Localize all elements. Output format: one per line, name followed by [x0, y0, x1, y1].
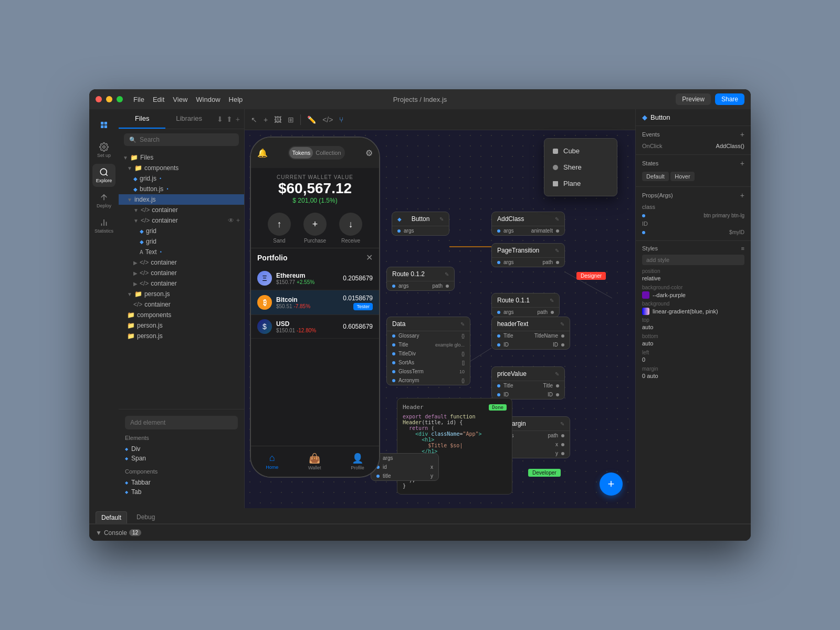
tab-libraries[interactable]: Libraries — [165, 109, 212, 129]
edit-icon[interactable]: ✎ — [460, 321, 465, 327]
settings-icon[interactable]: ⚙ — [365, 148, 373, 158]
add-icon[interactable]: + — [236, 217, 240, 224]
menu-view[interactable]: View — [173, 96, 187, 103]
node-small-bottom[interactable]: args id x title y — [371, 453, 439, 481]
cursor-icon[interactable]: ↖ — [251, 116, 257, 124]
download-icon[interactable]: ⬇ — [217, 115, 223, 123]
menu-file[interactable]: File — [133, 96, 144, 103]
nav-home[interactable]: ⌂ Home — [266, 453, 278, 470]
crypto-item-eth[interactable]: Ξ Ethereum $150.77 +2.55% 0.2058679 — [251, 267, 379, 290]
tree-item-person-2[interactable]: 📁 person.js — [119, 320, 244, 331]
crypto-item-usd[interactable]: $ USD $150.01 -12.80% 0.6058679 — [251, 315, 379, 339]
canvas-area[interactable]: ↖ + 🖼 ⊞ ✏️ </> ⑂ Cube Shere — [245, 109, 635, 508]
sidebar-item-deploy[interactable]: Deploy — [92, 189, 116, 212]
portfolio-close-button[interactable]: ✕ — [366, 253, 373, 262]
tab-debug[interactable]: Debug — [131, 511, 160, 523]
tree-item-text[interactable]: A Text • — [119, 247, 244, 257]
state-hover[interactable]: Hover — [670, 172, 694, 181]
add-prop-button[interactable]: + — [740, 191, 744, 200]
dropdown-shere[interactable]: Shere — [544, 159, 617, 175]
action-receive[interactable]: ↓ Receive — [339, 213, 362, 244]
tree-item-container-5[interactable]: ▶ </> container — [119, 278, 244, 289]
pen-icon[interactable]: ✏️ — [307, 116, 316, 124]
eye-icon[interactable]: 👁 — [228, 217, 234, 224]
close-button[interactable] — [96, 96, 102, 102]
menu-help[interactable]: Help — [229, 96, 243, 103]
search-input[interactable] — [140, 136, 234, 143]
tree-item-container-3[interactable]: ▶ </> container — [119, 257, 244, 268]
branch-icon[interactable]: ⑂ — [339, 116, 343, 124]
tree-item-index-js[interactable]: ▼ index.js — [119, 194, 244, 205]
tab-collection[interactable]: Collection — [313, 147, 343, 159]
tree-item-container-1[interactable]: ▼ </> container — [119, 205, 244, 215]
state-default[interactable]: Default — [642, 172, 669, 181]
minimize-button[interactable] — [106, 96, 112, 102]
sidebar-item-explore[interactable]: Explore — [92, 164, 116, 187]
purchase-button[interactable]: + — [303, 213, 327, 236]
nav-wallet[interactable]: 👜 Wallet — [308, 453, 321, 470]
tree-item-grid-1[interactable]: ◆ grid — [119, 226, 244, 236]
preview-button[interactable]: Preview — [676, 93, 711, 105]
plus-icon[interactable]: + — [264, 116, 268, 124]
edit-icon[interactable]: ✎ — [560, 321, 564, 327]
action-sand[interactable]: ↑ Sand — [268, 213, 291, 244]
tab-tokens[interactable]: Tokens — [289, 147, 313, 159]
tree-item-person-1[interactable]: ▼ 📁 person.js — [119, 289, 244, 299]
node-addclass[interactable]: AddClass ✎ args animateIt — [491, 212, 565, 236]
tree-item-container-4[interactable]: ▶ </> container — [119, 268, 244, 278]
tree-item-container-2[interactable]: ▼ </> container 👁 + — [119, 215, 244, 226]
tree-item-grid-2[interactable]: ◆ grid — [119, 236, 244, 247]
tree-item-button-js[interactable]: ◆ button.js • — [119, 184, 244, 194]
crypto-item-btc[interactable]: ₿ Bitcoin $50.51 -7.85% 0.0158679 Tester — [251, 290, 379, 315]
image-icon[interactable]: 🖼 — [274, 116, 281, 124]
menu-edit[interactable]: Edit — [153, 96, 164, 103]
tree-item-person-3[interactable]: 📁 person.js — [119, 331, 244, 341]
node-route011[interactable]: Route 0.1.1 ✎ args path — [491, 293, 560, 317]
tab-default[interactable]: Default — [96, 511, 127, 523]
tab-files[interactable]: Files — [119, 109, 165, 129]
edit-icon[interactable]: ✎ — [555, 248, 559, 254]
tree-item-components-2[interactable]: 📁 components — [119, 310, 244, 320]
edit-icon[interactable]: ✎ — [445, 271, 449, 277]
upload-icon[interactable]: ⬆ — [226, 115, 233, 123]
add-event-button[interactable]: + — [740, 130, 744, 139]
dropdown-cube[interactable]: Cube — [544, 143, 617, 159]
receive-button[interactable]: ↓ — [339, 213, 362, 236]
sidebar-item-setup[interactable]: Set up — [92, 139, 116, 162]
edit-icon[interactable]: ✎ — [555, 216, 559, 222]
action-purchase[interactable]: + Purchase — [303, 213, 327, 244]
fab-add-button[interactable]: + — [600, 472, 623, 496]
nav-profile[interactable]: 👤 Profile — [351, 453, 364, 470]
code-icon[interactable]: </> — [322, 116, 333, 124]
component-tab[interactable]: ◆ Tab — [125, 487, 238, 497]
tree-item-components[interactable]: ▼ 📁 components — [119, 163, 244, 173]
edit-icon[interactable]: ✎ — [560, 421, 564, 427]
sidebar-item-statistics[interactable]: Statistics — [92, 214, 116, 237]
menu-window[interactable]: Window — [196, 96, 220, 103]
component-tabbar[interactable]: ◆ Tabbar — [125, 478, 238, 487]
tree-item-container-6[interactable]: </> container — [119, 299, 244, 310]
sand-button[interactable]: ↑ — [268, 213, 291, 236]
dropdown-plane[interactable]: Plane — [544, 175, 617, 192]
component-icon[interactable]: ⊞ — [288, 116, 294, 124]
tree-item-grid-js[interactable]: ◆ grid.js • — [119, 173, 244, 184]
add-file-icon[interactable]: + — [236, 115, 240, 123]
node-data[interactable]: Data ✎ Glossary {} Title example glo... … — [386, 317, 470, 385]
edit-icon[interactable]: ✎ — [555, 371, 559, 377]
edit-icon[interactable]: ✎ — [550, 298, 554, 303]
style-search-input[interactable] — [642, 255, 744, 265]
node-route012[interactable]: Route 0.1.2 ✎ args path — [386, 267, 455, 291]
add-element-input[interactable] — [125, 416, 238, 429]
share-button[interactable]: Share — [715, 93, 744, 105]
node-button[interactable]: ◆ Button ✎ args — [392, 212, 449, 236]
edit-icon[interactable]: ✎ — [439, 216, 444, 222]
element-div[interactable]: ◆ Div — [125, 444, 238, 454]
node-pagetransition[interactable]: PageTransition ✎ args path — [491, 243, 565, 267]
maximize-button[interactable] — [117, 96, 123, 102]
node-pricevalue[interactable]: priceValue ✎ Title Title ID ID — [491, 366, 565, 400]
node-headertext[interactable]: headerText ✎ Title TitleName ID ID — [491, 317, 570, 350]
element-span[interactable]: ◆ Span — [125, 454, 238, 463]
list-icon[interactable]: ≡ — [741, 245, 744, 251]
add-state-button[interactable]: + — [740, 159, 744, 167]
tree-item-files[interactable]: ▼ 📁 Files — [119, 152, 244, 163]
